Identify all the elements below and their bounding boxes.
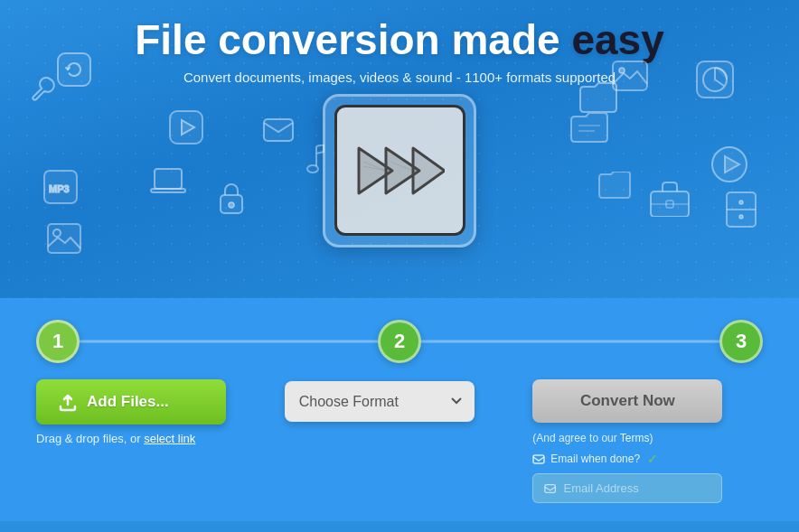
- steps-row: 1 2 3: [36, 320, 763, 363]
- float-icon-image2: [610, 59, 650, 93]
- float-icon-music-note: [298, 145, 325, 177]
- svg-point-10: [229, 202, 234, 208]
- hero-title-part1: File conversion made: [135, 16, 571, 63]
- float-icon-folder2: [569, 113, 609, 145]
- envelope-input-icon: [544, 483, 556, 494]
- agree-text: (And agree to our Terms): [532, 432, 653, 444]
- step-1-circle: 1: [36, 320, 80, 363]
- svg-point-28: [307, 165, 318, 173]
- float-icon-refresh: [54, 50, 94, 89]
- logo-inner: [334, 105, 465, 236]
- upload-icon: [58, 392, 78, 412]
- bottom-section: 1 2 3 Add Files... Drag & drop files, or…: [0, 298, 799, 521]
- float-icon-wrench: [27, 72, 58, 103]
- svg-text:MP3: MP3: [49, 183, 70, 194]
- svg-point-27: [739, 215, 743, 219]
- float-icon-email: [262, 117, 295, 143]
- svg-marker-31: [413, 148, 445, 193]
- choose-format-col: Choose Format MP4 MP3 PDF JPG PNG DOCX A…: [285, 379, 515, 423]
- float-icon-laptop: [149, 167, 187, 198]
- hero-section: MP3: [0, 0, 799, 298]
- email-address-input[interactable]: [564, 481, 711, 495]
- email-when-done-row: Email when done? ✓: [532, 452, 658, 466]
- add-files-col: Add Files... Drag & drop files, or selec…: [36, 379, 267, 445]
- app-logo: [323, 94, 476, 247]
- float-icon-play-tri: [167, 108, 205, 146]
- hero-title-bold: easy: [571, 16, 663, 63]
- float-icon-folder3: [597, 172, 632, 201]
- svg-rect-11: [48, 224, 80, 253]
- step-3-circle: 3: [719, 320, 763, 363]
- hero-title: File conversion made easy: [135, 16, 664, 64]
- svg-point-16: [619, 68, 625, 73]
- email-checkmark: ✓: [647, 452, 658, 466]
- envelope-small-icon: [532, 454, 545, 464]
- convert-now-label: Convert Now: [580, 392, 675, 409]
- float-icon-lock: [217, 181, 246, 215]
- svg-point-26: [739, 201, 743, 204]
- email-input-row: [532, 473, 722, 503]
- float-icon-pie: [694, 59, 736, 100]
- hero-subtitle: Convert documents, images, videos & soun…: [183, 70, 616, 85]
- svg-rect-35: [533, 455, 544, 463]
- svg-rect-6: [155, 169, 182, 189]
- float-icon-cabinet: [724, 190, 758, 229]
- add-files-label: Add Files...: [87, 393, 169, 411]
- convert-now-button[interactable]: Convert Now: [532, 379, 722, 423]
- svg-rect-7: [151, 189, 185, 192]
- format-select[interactable]: Choose Format MP4 MP3 PDF JPG PNG DOCX A…: [285, 381, 475, 422]
- convert-col: Convert Now (And agree to our Terms) Ema…: [532, 379, 763, 503]
- drag-drop-text: Drag & drop files, or select link: [36, 432, 195, 445]
- svg-rect-15: [613, 61, 647, 90]
- add-files-button[interactable]: Add Files...: [36, 379, 226, 425]
- float-icon-play-circ: [710, 145, 749, 184]
- float-icon-image: [45, 221, 83, 256]
- terms-link[interactable]: Terms: [620, 432, 650, 444]
- actions-row: Add Files... Drag & drop files, or selec…: [36, 379, 763, 503]
- svg-rect-3: [264, 119, 293, 141]
- svg-rect-0: [58, 53, 90, 86]
- float-icon-briefcase: [649, 181, 691, 217]
- float-icon-mp3: MP3: [41, 167, 80, 207]
- email-when-done-label: Email when done?: [550, 453, 640, 465]
- select-link[interactable]: select link: [144, 432, 195, 445]
- step-2-circle: 2: [378, 320, 421, 363]
